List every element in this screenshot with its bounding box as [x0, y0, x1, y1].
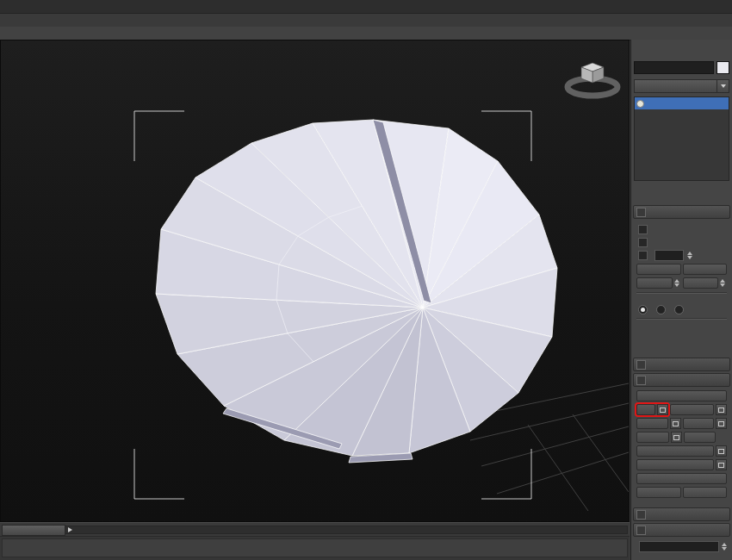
extrude-button[interactable] [636, 404, 655, 415]
by-angle-checkbox[interactable] [638, 251, 648, 260]
modifier-bulb-icon[interactable] [636, 100, 644, 108]
time-slider[interactable] [0, 522, 630, 537]
edit-triangulation-button[interactable] [636, 473, 727, 484]
shrink-button[interactable] [636, 264, 681, 275]
time-slider-groove[interactable] [2, 526, 628, 534]
extrude-along-spline-settings-button[interactable] [716, 459, 727, 470]
ring-button[interactable] [636, 277, 673, 289]
expand-icon[interactable] [636, 510, 646, 520]
outline-settings-button[interactable] [716, 404, 727, 415]
3dsmax-window [0, 0, 732, 560]
rollout-material-ids[interactable] [633, 523, 730, 537]
flip-button[interactable] [684, 432, 716, 443]
preview-selection-label [638, 296, 732, 304]
preview-subobj-radio[interactable] [656, 305, 666, 314]
insert-vertex-button[interactable] [636, 390, 727, 401]
main-toolbar [0, 0, 732, 14]
grow-button[interactable] [683, 264, 728, 275]
command-panel-tabs [631, 40, 732, 57]
by-vertex-checkbox[interactable] [638, 225, 648, 234]
extrude-settings-button[interactable] [657, 404, 668, 415]
ring-spinner[interactable] [674, 279, 681, 287]
next-frame-icon[interactable] [68, 527, 72, 532]
inset-button[interactable] [683, 418, 715, 429]
collapse-icon[interactable] [636, 208, 646, 217]
sphere-mesh[interactable] [156, 120, 557, 463]
divider [636, 318, 727, 320]
hinge-from-edge-button[interactable] [636, 445, 714, 457]
object-name-field[interactable] [634, 61, 714, 74]
track-bar-groove[interactable] [2, 538, 628, 557]
expand-icon[interactable] [636, 360, 646, 370]
bridge-settings-button[interactable] [671, 432, 682, 443]
preview-off-radio[interactable] [638, 305, 648, 314]
rollout-selection[interactable] [633, 205, 730, 219]
modifier-stack-item-editable-poly[interactable] [635, 97, 729, 109]
inset-settings-button[interactable] [716, 418, 727, 429]
track-bar[interactable] [0, 536, 630, 560]
turn-button[interactable] [683, 487, 728, 498]
set-id-field[interactable] [639, 541, 719, 552]
rollout-edit-polygons[interactable] [633, 373, 730, 387]
retriangulate-button[interactable] [636, 487, 681, 498]
extrude-highlight [636, 404, 668, 415]
modifier-stack[interactable] [634, 96, 729, 181]
by-angle-spinner[interactable] [687, 252, 694, 259]
viewcube[interactable] [568, 63, 617, 96]
set-id-spinner[interactable] [722, 543, 729, 551]
ribbon-tab-bar [0, 14, 732, 27]
rollout-edit-geometry[interactable] [633, 507, 730, 521]
rollout-soft-selection[interactable] [633, 358, 730, 371]
bevel-button[interactable] [636, 418, 668, 429]
by-angle-field[interactable] [654, 250, 684, 261]
ignore-backfacing-checkbox[interactable] [638, 238, 648, 247]
bridge-button[interactable] [636, 432, 669, 443]
viewport-canvas[interactable] [1, 40, 629, 521]
command-panel [630, 40, 732, 560]
time-slider-handle[interactable] [2, 525, 65, 536]
viewport[interactable] [0, 40, 630, 522]
hinge-settings-button[interactable] [716, 445, 727, 457]
preview-multi-radio[interactable] [674, 305, 684, 314]
divider [636, 292, 727, 294]
outline-button[interactable] [670, 404, 714, 415]
modifier-list-dropdown[interactable] [634, 79, 729, 93]
extrude-along-spline-button[interactable] [636, 459, 714, 470]
selection-status [631, 322, 732, 331]
ribbon-menu-bar [0, 27, 732, 40]
collapse-icon[interactable] [636, 526, 646, 535]
loop-spinner[interactable] [720, 279, 727, 287]
chevron-down-icon [716, 80, 729, 92]
collapse-icon[interactable] [636, 376, 646, 385]
object-color-swatch[interactable] [716, 61, 729, 74]
loop-button[interactable] [683, 277, 719, 289]
bevel-settings-button[interactable] [670, 418, 681, 429]
